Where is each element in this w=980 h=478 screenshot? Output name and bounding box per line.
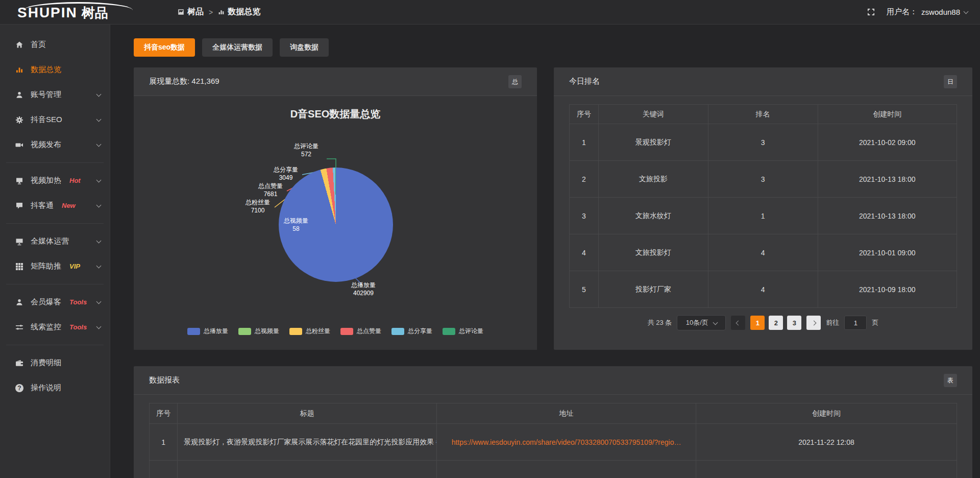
- chevron-down-icon: [96, 141, 102, 147]
- goto-label: 前往: [826, 318, 839, 327]
- main-content: 抖音seo数据 全媒体运营数据 询盘数据 展现量总数: 421,369 总 D音…: [110, 25, 980, 478]
- legend-item[interactable]: 总点赞量: [340, 327, 381, 336]
- breadcrumb-root[interactable]: 树品: [178, 7, 204, 17]
- legend-item[interactable]: 总评论量: [443, 327, 483, 336]
- report-panel-header: 数据报表 表: [134, 366, 972, 395]
- page-button-3[interactable]: 3: [787, 316, 801, 330]
- legend-swatch: [340, 328, 353, 335]
- sidebar: 首页 数据总览 账号管理 抖音SEO 视频发布 视频加热 Hot: [0, 25, 110, 478]
- legend-swatch: [289, 328, 302, 335]
- table-row: 3文旅水纹灯12021-10-13 18:00: [570, 198, 957, 234]
- column-header: 关键词: [598, 105, 708, 124]
- app-square-icon: [178, 9, 184, 15]
- rank-tbody: 1景观投影灯32021-10-02 09:002文旅投影32021-10-13 …: [570, 124, 957, 308]
- legend-item[interactable]: 总粉丝量: [289, 327, 330, 336]
- pie-label: 总粉丝量7100: [246, 198, 270, 214]
- table-row: [150, 461, 957, 478]
- sidebar-item-data-overview[interactable]: 数据总览: [0, 57, 110, 82]
- data-tabs: 抖音seo数据 全媒体运营数据 询盘数据: [134, 38, 972, 57]
- fullscreen-icon[interactable]: [867, 8, 875, 16]
- sidebar-item-douyin-seo[interactable]: 抖音SEO: [0, 107, 110, 132]
- pagination-total: 共 23 条: [648, 318, 672, 327]
- table-row: 5投影灯厂家42021-10-09 18:00: [570, 271, 957, 308]
- topbar-right: 用户名：zswodun88: [867, 7, 980, 17]
- chevron-down-icon: [96, 91, 102, 97]
- sidebar-divider: [6, 223, 104, 224]
- total-view-button[interactable]: 总: [508, 75, 522, 88]
- goto-page-input[interactable]: [844, 316, 867, 330]
- chevron-down-icon: [96, 263, 102, 268]
- sidebar-item-video-heat[interactable]: 视频加热 Hot: [0, 168, 110, 193]
- wallet-icon: [15, 359, 23, 367]
- sidebar-item-all-media[interactable]: 全媒体运营: [0, 229, 110, 254]
- rank-panel: 今日排名 日 序号关键词排名创建时间 1景观投影灯32021-10-02 09:…: [554, 67, 972, 350]
- rank-panel-header: 今日排名 日: [554, 67, 972, 96]
- page-button-1[interactable]: 1: [750, 316, 765, 330]
- chevron-down-icon: [96, 202, 102, 207]
- sidebar-item-home[interactable]: 首页: [0, 32, 110, 57]
- sidebar-item-consumption[interactable]: 消费明细: [0, 350, 110, 375]
- report-panel: 数据报表 表 序号标题地址创建时间 1景观投影灯，夜游景观投影灯厂家展示展示落花…: [134, 366, 972, 478]
- report-tbody: 1景观投影灯，夜游景观投影灯厂家展示展示落花灯在花园里的灯光投影应用效果 #ht…: [150, 424, 957, 478]
- column-header: 地址: [437, 403, 696, 424]
- sidebar-item-account[interactable]: 账号管理: [0, 82, 110, 107]
- table-row: 4文旅投影灯42021-10-01 09:00: [570, 234, 957, 271]
- overview-panel: 展现量总数: 421,369 总 D音SEO数据量总览 总播放量总视频量总粉丝量…: [134, 67, 537, 350]
- topbar: SHUPIN 树品 树品 > 数据总览 用户名：zswodun88: [0, 0, 980, 25]
- pie-label: 总播放量402909: [351, 281, 376, 297]
- goto-suffix: 页: [872, 318, 878, 327]
- legend: 总播放量总视频量总粉丝量总点赞量总分享量总评论量: [134, 327, 537, 336]
- page-size-select[interactable]: 10条/页: [677, 315, 726, 330]
- bar-chart-icon: [15, 66, 23, 74]
- legend-item[interactable]: 总播放量: [187, 327, 228, 336]
- tab-inquiry-data[interactable]: 询盘数据: [280, 38, 329, 57]
- pie-label: 总评论量572: [294, 142, 318, 158]
- day-view-button[interactable]: 日: [944, 75, 957, 88]
- chevron-down-icon: [96, 116, 102, 122]
- video-camera-icon: [15, 141, 23, 149]
- tab-douyin-seo-data[interactable]: 抖音seo数据: [134, 38, 195, 57]
- legend-item[interactable]: 总分享量: [391, 327, 432, 336]
- prev-page-button[interactable]: [731, 316, 745, 330]
- sidebar-divider: [6, 284, 104, 284]
- column-header: 序号: [150, 403, 178, 424]
- chevron-down-icon: [96, 177, 102, 182]
- impressions-total: 展现量总数: 421,369: [149, 77, 219, 86]
- vip-badge: VIP: [69, 262, 80, 270]
- table-view-button[interactable]: 表: [944, 374, 957, 387]
- sidebar-item-clue-monitor[interactable]: 线索监控 Tools: [0, 315, 110, 340]
- legend-swatch: [443, 328, 455, 335]
- sidebar-item-douketong[interactable]: 抖客通 New: [0, 193, 110, 218]
- sidebar-item-video-publish[interactable]: 视频发布: [0, 132, 110, 157]
- sliders-icon: [15, 323, 23, 331]
- sidebar-item-member[interactable]: 会员爆客 Tools: [0, 290, 110, 315]
- gear-icon: [15, 116, 23, 124]
- breadcrumb-separator: >: [209, 8, 213, 16]
- column-header: 创建时间: [696, 403, 957, 424]
- rank-table-header: 序号关键词排名创建时间: [570, 105, 957, 124]
- report-link[interactable]: https://www.iesdouyin.com/share/video/70…: [452, 438, 681, 446]
- grid-icon: [15, 262, 23, 271]
- user-menu[interactable]: 用户名：zswodun88: [887, 7, 968, 17]
- tab-all-media-data[interactable]: 全媒体运营数据: [202, 38, 273, 57]
- comment-icon: [15, 202, 23, 210]
- legend-item[interactable]: 总视频量: [238, 327, 279, 336]
- next-page-button[interactable]: [806, 316, 821, 330]
- column-header: 创建时间: [818, 105, 957, 124]
- table-row: 2文旅投影32021-10-13 18:00: [570, 161, 957, 198]
- report-table: 序号标题地址创建时间 1景观投影灯，夜游景观投影灯厂家展示展示落花灯在花园里的灯…: [149, 403, 957, 478]
- sidebar-item-instructions[interactable]: ? 操作说明: [0, 375, 110, 400]
- overview-panel-header: 展现量总数: 421,369 总: [134, 67, 537, 96]
- breadcrumb-current[interactable]: 数据总览: [218, 7, 260, 17]
- pie-label: 总视频量58: [284, 217, 308, 233]
- chevron-down-icon: [96, 238, 102, 243]
- home-icon: [15, 41, 23, 49]
- breadcrumb: 树品 > 数据总览: [178, 7, 260, 17]
- page-button-2[interactable]: 2: [769, 316, 783, 330]
- user-icon: [15, 298, 23, 306]
- sidebar-divider: [6, 345, 104, 345]
- pie-label: 总点赞量7681: [258, 182, 283, 198]
- username-label: 用户名：: [887, 7, 917, 17]
- bar-chart-icon: [218, 9, 225, 15]
- sidebar-item-matrix-boost[interactable]: 矩阵助推 VIP: [0, 254, 110, 279]
